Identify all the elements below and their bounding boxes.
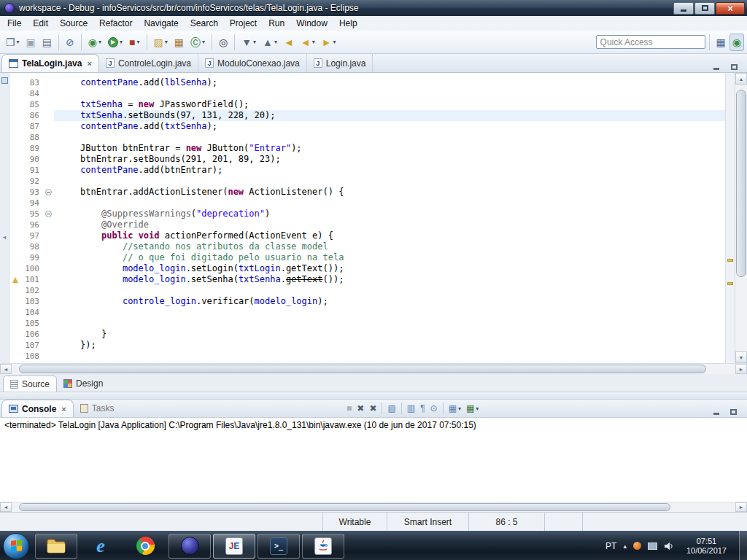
taskbar-chrome[interactable] (124, 534, 166, 559)
marker-bar-cell[interactable] (9, 154, 21, 165)
vertical-scroll-track[interactable] (735, 85, 747, 351)
code-editor[interactable]: 83 contentPane.add(lblSenha);8485 txtSen… (9, 73, 725, 363)
minimize-window-button[interactable] (673, 2, 694, 15)
debug-perspective-button[interactable]: ◉ (729, 34, 744, 51)
print-button[interactable]: ▤ (39, 34, 55, 51)
debug-button[interactable]: ◉▾ (85, 34, 104, 51)
code-line-91[interactable]: 91 contentPane.add(btnEntrar); (9, 165, 725, 176)
overview-warning-marker[interactable] (727, 282, 733, 285)
maximize-editor-button[interactable] (728, 62, 740, 72)
marker-bar-cell[interactable] (9, 209, 21, 219)
code-text[interactable]: JButton btnEntrar = new JButton("Entrar"… (54, 143, 725, 154)
remove-all-terminated-launches-button[interactable]: ✖ (367, 401, 379, 416)
menu-refactor[interactable]: Refactor (93, 17, 138, 30)
code-text[interactable]: // o que foi digitado pelo usuario na te… (54, 252, 725, 263)
code-line-93[interactable]: 93 btnEntrar.addActionListener(new Actio… (9, 187, 725, 198)
tab-source[interactable]: Source (3, 376, 57, 392)
last-edit-location-button[interactable]: ◄ (281, 34, 297, 51)
marker-bar-cell[interactable] (9, 88, 21, 99)
code-text[interactable]: modelo_login.setLogin(txtLogin.getText()… (54, 263, 725, 274)
code-line-102[interactable]: 102 (9, 285, 725, 296)
code-text[interactable] (54, 285, 725, 296)
code-text[interactable]: contentPane.add(btnEntrar); (54, 165, 725, 176)
menu-navigate[interactable]: Navigate (138, 17, 184, 30)
code-text[interactable] (54, 307, 725, 318)
scroll-lock-button[interactable]: ▥ (405, 401, 417, 416)
language-indicator[interactable]: PT (605, 541, 616, 551)
scroll-left-arrow-icon[interactable]: ◄ (0, 502, 12, 512)
marker-bar-cell[interactable] (9, 274, 21, 285)
scroll-right-arrow-icon[interactable]: ► (735, 364, 747, 374)
console-horizontal-scrollbar[interactable]: ◄ ► (0, 502, 747, 512)
taskbar-java-ee-app[interactable]: JE (213, 534, 255, 559)
marker-bar-cell[interactable] (9, 230, 21, 241)
search-button[interactable]: ◎ (216, 34, 231, 51)
minimize-console-button[interactable] (711, 407, 722, 417)
console-tab-tasks[interactable]: Tasks (74, 400, 121, 417)
restore-minimized-view-icon[interactable] (1, 77, 8, 84)
tab-design[interactable]: Design (57, 376, 109, 392)
previous-annotation-button[interactable]: ▲▾ (260, 34, 280, 51)
remove-launch-button[interactable]: ✖ (355, 401, 366, 416)
code-text[interactable]: contentPane.add(txtSenha); (54, 121, 725, 132)
code-line-99[interactable]: 99 // o que foi digitado pelo usuario na… (9, 252, 725, 263)
save-button[interactable]: ▣ (23, 34, 39, 51)
code-line-100[interactable]: 100 modelo_login.setLogin(txtLogin.getTe… (9, 263, 725, 274)
code-text[interactable]: } (54, 329, 725, 340)
menu-search[interactable]: Search (185, 17, 224, 30)
menu-run[interactable]: Run (263, 17, 290, 30)
code-text[interactable] (54, 318, 725, 329)
horizontal-scroll-track[interactable] (12, 364, 735, 374)
code-text[interactable]: modelo_login.setSenha(txtSenha.getText()… (54, 274, 725, 285)
taskbar-terminal[interactable]: >_ (258, 534, 300, 559)
console-tab-console[interactable]: Console× (1, 400, 74, 417)
marker-bar-cell[interactable] (9, 198, 21, 209)
skip-all-breakpoints-button[interactable]: ⊘ (63, 34, 77, 51)
code-text[interactable]: controle_login.verificar(modelo_login); (54, 296, 725, 307)
editor-horizontal-scrollbar[interactable]: ◄ ► (0, 363, 747, 374)
code-text[interactable]: @SuppressWarnings("deprecation") (54, 209, 725, 219)
marker-bar-cell[interactable] (9, 176, 21, 187)
scroll-right-arrow-icon[interactable]: ► (735, 502, 747, 512)
titlebar[interactable]: workspace - Debug - infoServicos/src/br/… (0, 0, 747, 16)
vertical-scroll-thumb[interactable] (736, 90, 746, 276)
code-line-85[interactable]: 85 txtSenha = new JPasswordField(); (9, 99, 725, 110)
scroll-down-arrow-icon[interactable]: ▼ (735, 351, 747, 363)
run-button[interactable]: ▶▾ (105, 34, 125, 51)
taskbar-clock[interactable]: 07:51 10/06/2017 (681, 537, 732, 556)
taskbar-windows-explorer[interactable] (35, 534, 77, 559)
code-text[interactable]: }); (54, 340, 725, 351)
menu-file[interactable]: File (1, 17, 27, 30)
terminate-button[interactable]: ■ (344, 401, 354, 416)
code-line-90[interactable]: 90 btnEntrar.setBounds(291, 201, 89, 23)… (9, 154, 725, 165)
open-console-button[interactable]: ▦▾ (464, 401, 481, 416)
marker-bar-cell[interactable] (9, 307, 21, 318)
minimize-editor-button[interactable] (711, 62, 722, 72)
new-package-button[interactable]: ▦ (171, 34, 187, 51)
code-line-98[interactable]: 98 //setando nos atributos da classe mod… (9, 241, 725, 252)
marker-bar-cell[interactable] (9, 99, 21, 110)
code-line-89[interactable]: 89 JButton btnEntrar = new JButton("Entr… (9, 143, 725, 154)
new-class-button[interactable]: Ⓒ▾ (187, 34, 208, 51)
maximize-window-button[interactable] (694, 2, 715, 15)
code-line-105[interactable]: 105 (9, 318, 725, 329)
code-line-96[interactable]: 96 @Override (9, 219, 725, 230)
marker-bar-cell[interactable] (9, 132, 21, 143)
warning-marker-icon[interactable] (12, 277, 18, 283)
code-line-104[interactable]: 104 (9, 307, 725, 318)
marker-bar-cell[interactable] (9, 296, 21, 307)
start-button[interactable] (3, 533, 29, 559)
horizontal-scroll-thumb[interactable] (19, 503, 670, 511)
code-line-84[interactable]: 84 (9, 88, 725, 99)
display-selected-console-button[interactable]: ▦▾ (446, 401, 463, 416)
marker-bar-cell[interactable] (9, 285, 21, 296)
show-desktop-button[interactable] (739, 531, 747, 560)
editor-vertical-scrollbar[interactable]: ▲ ▼ (735, 73, 747, 363)
new-java-project-button[interactable]: ▨▾ (151, 34, 171, 51)
marker-bar-cell[interactable] (9, 143, 21, 154)
taskbar-internet-explorer[interactable]: e (80, 534, 122, 559)
menu-source[interactable]: Source (54, 17, 93, 30)
open-perspective-button[interactable]: ▦ (713, 34, 729, 51)
code-text[interactable] (54, 88, 725, 99)
new-wizard-button[interactable]: ❐▾ (3, 34, 23, 51)
